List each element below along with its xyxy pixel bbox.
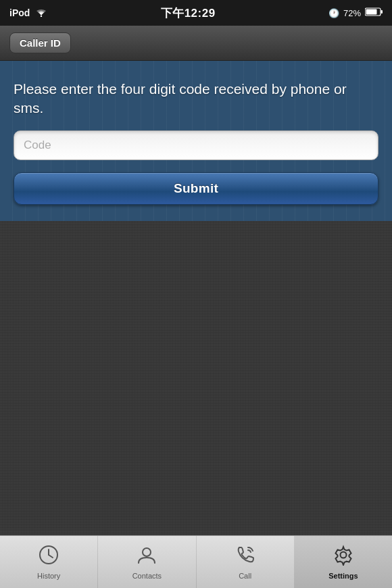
svg-rect-3 [366,9,376,15]
tab-settings-label: Settings [328,572,358,580]
status-left: iPod [9,7,47,19]
tab-settings[interactable]: Settings [295,536,392,588]
alarm-icon: 🕐 [328,8,339,18]
tab-call[interactable]: Call [197,536,295,588]
device-name: iPod [9,7,30,18]
svg-point-8 [340,552,346,558]
tab-history-label: History [37,572,60,580]
svg-point-7 [143,548,151,556]
status-bar: iPod 下午12:29 🕐 72% [0,0,392,26]
tab-history[interactable]: History [0,536,98,588]
contacts-icon [136,544,157,569]
code-input[interactable] [14,130,378,160]
tab-contacts[interactable]: Contacts [98,536,196,588]
status-time: 下午12:29 [161,5,216,21]
settings-icon [333,544,354,569]
submit-button[interactable]: Submit [14,172,378,205]
svg-point-0 [41,15,42,16]
tab-contacts-label: Contacts [132,572,162,580]
battery-percent: 72% [343,8,361,18]
svg-rect-2 [381,10,383,14]
caller-id-button[interactable]: Caller ID [9,32,71,53]
tab-call-label: Call [239,572,251,580]
history-icon [38,544,59,569]
dark-area [0,221,392,535]
instruction-text: Please enter the four digit code receive… [14,80,378,118]
call-icon [235,544,256,569]
tab-bar: History Contacts Call Settings [0,535,392,588]
nav-bar: Caller ID [0,26,392,61]
battery-icon [365,7,383,18]
svg-line-6 [49,555,53,558]
main-content: Please enter the four digit code receive… [0,61,392,221]
status-right: 🕐 72% [328,7,383,18]
wifi-icon [35,7,47,19]
